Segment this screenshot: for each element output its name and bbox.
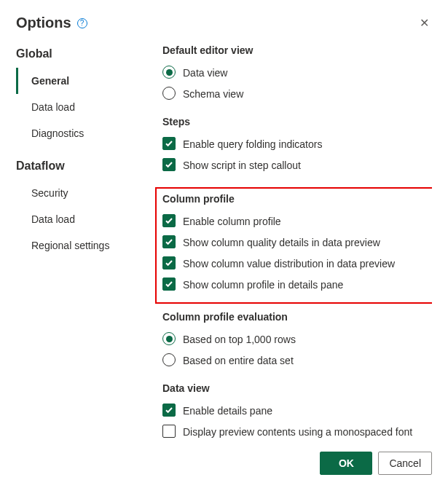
option-label: Based on entire data set <box>183 353 294 368</box>
sidebar-group-label: Dataflow <box>16 160 144 173</box>
option-label: Show script in step callout <box>183 157 301 173</box>
sidebar-item-label: Data load <box>31 213 75 225</box>
sidebar-group-global: Global General Data load Diagnostics <box>16 47 144 146</box>
option-label: Based on top 1,000 rows <box>183 331 296 347</box>
sidebar-item-general[interactable]: General <box>16 68 144 94</box>
checkbox-column-distribution[interactable]: Show column value distribution in data p… <box>162 253 426 274</box>
checkbox-icon <box>162 425 176 438</box>
option-label: Show column quality details in data prev… <box>183 235 380 250</box>
options-dialog: Options ? ✕ Global General Data load Dia… <box>0 0 448 488</box>
sidebar-item-label: General <box>31 75 69 87</box>
checkbox-icon <box>162 256 176 269</box>
section-column-profile-eval: Column profile evaluation Based on top 1… <box>162 311 429 371</box>
section-title: Data view <box>162 382 429 394</box>
section-column-profile: Column profile Enable column profile Sho… <box>162 193 426 295</box>
checkbox-icon <box>162 158 176 171</box>
radio-entire-dataset[interactable]: Based on entire data set <box>162 350 429 371</box>
sidebar-item-label: Security <box>31 187 68 199</box>
radio-icon <box>162 66 176 79</box>
checkbox-enable-column-profile[interactable]: Enable column profile <box>162 210 426 232</box>
dialog-header: Options ? ✕ <box>16 13 432 33</box>
sidebar-item-security[interactable]: Security <box>16 180 144 206</box>
checkbox-icon <box>162 235 176 248</box>
sidebar-item-label: Data load <box>31 101 75 113</box>
sidebar-item-data-load-df[interactable]: Data load <box>16 206 144 232</box>
option-label: Display preview contents using a monospa… <box>183 424 412 439</box>
checkbox-column-details-pane[interactable]: Show column profile in details pane <box>162 274 426 295</box>
checkbox-icon <box>162 137 176 150</box>
checkbox-icon <box>162 214 176 227</box>
checkbox-icon <box>162 404 176 417</box>
help-icon[interactable]: ? <box>77 18 87 28</box>
close-icon[interactable]: ✕ <box>417 13 432 33</box>
checkbox-monospaced-font[interactable]: Display preview contents using a monospa… <box>162 421 429 442</box>
section-title: Steps <box>162 116 429 127</box>
checkbox-folding-indicators[interactable]: Enable query folding indicators <box>162 133 429 154</box>
option-label: Enable column profile <box>183 213 281 229</box>
radio-icon <box>162 353 176 366</box>
cancel-button[interactable]: Cancel <box>378 452 432 475</box>
dialog-footer: OK Cancel <box>16 443 432 475</box>
sidebar-item-data-load[interactable]: Data load <box>16 94 144 120</box>
section-data-view: Data view Enable details pane Display pr… <box>162 382 429 443</box>
checkbox-column-quality[interactable]: Show column quality details in data prev… <box>162 232 426 253</box>
button-label: OK <box>339 457 354 469</box>
sidebar-item-label: Diagnostics <box>31 127 84 139</box>
option-label: Schema view <box>183 86 243 101</box>
section-title: Column profile evaluation <box>162 311 429 323</box>
option-label: Enable details pane <box>183 403 272 418</box>
radio-icon <box>162 87 176 100</box>
dialog-body: Global General Data load Diagnostics Dat… <box>16 44 432 443</box>
dialog-title: Options <box>16 15 71 31</box>
radio-data-view[interactable]: Data view <box>162 62 429 83</box>
section-title: Default editor view <box>162 44 429 56</box>
sidebar: Global General Data load Diagnostics Dat… <box>16 44 144 443</box>
title-group: Options ? <box>16 15 87 31</box>
checkbox-enable-details-pane[interactable]: Enable details pane <box>162 400 429 421</box>
option-label: Show column profile in details pane <box>183 277 343 292</box>
ok-button[interactable]: OK <box>320 452 372 475</box>
radio-icon <box>162 332 176 345</box>
sidebar-group-dataflow: Dataflow Security Data load Regional set… <box>16 160 144 259</box>
sidebar-group-label: Global <box>16 47 144 60</box>
radio-schema-view[interactable]: Schema view <box>162 83 429 104</box>
button-label: Cancel <box>389 457 421 469</box>
section-title: Column profile <box>162 193 426 205</box>
column-profile-highlight: Column profile Enable column profile Sho… <box>155 187 432 304</box>
section-steps: Steps Enable query folding indicators Sh… <box>162 116 429 176</box>
sidebar-item-regional-settings[interactable]: Regional settings <box>16 232 144 259</box>
option-label: Enable query folding indicators <box>183 136 322 151</box>
settings-panel: Default editor view Data view Schema vie… <box>144 44 432 443</box>
sidebar-item-diagnostics[interactable]: Diagnostics <box>16 120 144 146</box>
option-label: Show column value distribution in data p… <box>183 256 395 271</box>
option-label: Data view <box>183 65 227 80</box>
sidebar-item-label: Regional settings <box>31 240 109 251</box>
section-default-editor: Default editor view Data view Schema vie… <box>162 44 429 104</box>
checkbox-icon <box>162 278 176 291</box>
checkbox-script-callout[interactable]: Show script in step callout <box>162 154 429 176</box>
radio-top-1000[interactable]: Based on top 1,000 rows <box>162 328 429 350</box>
